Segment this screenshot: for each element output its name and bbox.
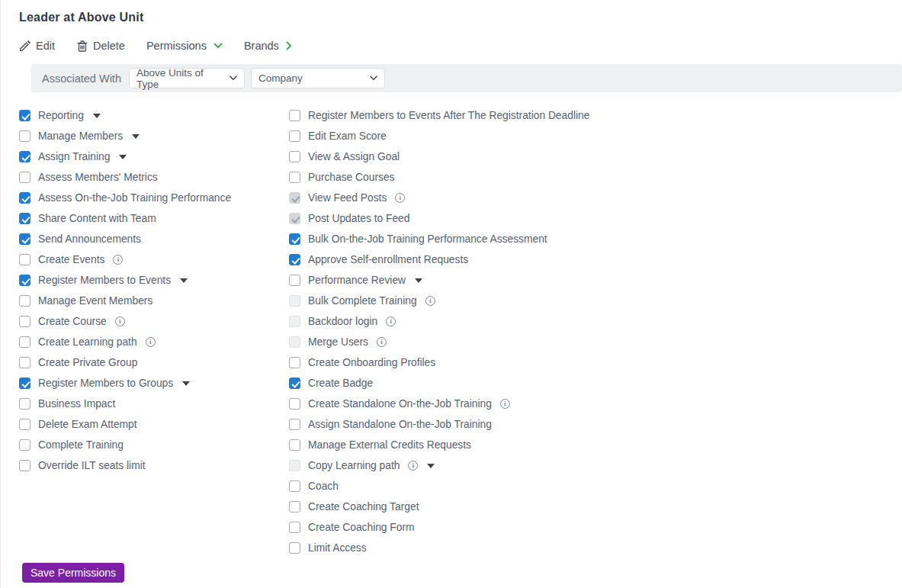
permission-checkbox[interactable] xyxy=(19,336,30,348)
permission-label: View & Assign Goal xyxy=(308,151,400,162)
caret-down-icon[interactable] xyxy=(427,464,435,468)
permission-row: Create Standalone On-the-Job Trainingi xyxy=(289,394,902,414)
permission-checkbox[interactable] xyxy=(289,419,300,430)
permission-checkbox[interactable] xyxy=(19,357,30,368)
permissions-menu[interactable]: Permissions xyxy=(146,40,223,52)
permissions-label: Permissions xyxy=(146,40,207,52)
permission-checkbox[interactable] xyxy=(19,316,30,327)
permission-checkbox[interactable] xyxy=(289,522,300,533)
permission-label: Create Learning path xyxy=(38,336,137,348)
permission-checkbox[interactable] xyxy=(19,398,30,410)
permission-row: Register Members to Events After The Reg… xyxy=(289,105,902,126)
permission-checkbox[interactable] xyxy=(19,110,30,121)
permission-label: Override ILT seats limit xyxy=(38,460,146,471)
permission-label: Reporting xyxy=(38,110,84,121)
permission-checkbox[interactable] xyxy=(289,439,300,451)
permission-label: Create Badge xyxy=(308,378,373,389)
permission-checkbox xyxy=(289,192,300,204)
permission-checkbox[interactable] xyxy=(19,419,30,430)
caret-down-icon[interactable] xyxy=(93,114,101,118)
permission-checkbox[interactable] xyxy=(19,439,30,451)
info-icon[interactable]: i xyxy=(386,316,396,326)
permission-label: Approve Self-enrollment Requests xyxy=(308,254,468,265)
save-permissions-button[interactable]: Save Permissions xyxy=(22,563,124,583)
permission-checkbox[interactable] xyxy=(19,233,30,245)
permission-checkbox[interactable] xyxy=(289,378,300,389)
permission-checkbox[interactable] xyxy=(289,398,300,410)
info-icon[interactable]: i xyxy=(113,255,123,265)
brands-label: Brands xyxy=(244,40,279,52)
permission-checkbox[interactable] xyxy=(289,110,300,121)
permission-checkbox[interactable] xyxy=(289,501,300,512)
permission-row: Share Content with Team xyxy=(19,208,289,229)
permission-checkbox[interactable] xyxy=(19,192,30,204)
permission-label: Delete Exam Attempt xyxy=(38,419,137,430)
permission-checkbox xyxy=(289,460,300,471)
edit-button[interactable]: Edit xyxy=(19,40,55,52)
permission-checkbox[interactable] xyxy=(289,542,300,554)
permission-label: Manage Event Members xyxy=(38,295,152,307)
permission-row: Reporting xyxy=(19,105,289,126)
permission-checkbox[interactable] xyxy=(289,357,300,368)
permission-checkbox[interactable] xyxy=(19,172,30,183)
permission-checkbox[interactable] xyxy=(19,130,30,142)
brands-link[interactable]: Brands xyxy=(244,40,292,52)
permission-checkbox[interactable] xyxy=(19,460,30,471)
permission-checkbox[interactable] xyxy=(289,480,300,492)
caret-down-icon[interactable] xyxy=(415,278,422,283)
caret-down-icon[interactable] xyxy=(182,381,190,386)
permission-label: Post Updates to Feed xyxy=(308,213,409,224)
info-icon[interactable]: i xyxy=(500,399,510,409)
delete-button[interactable]: Delete xyxy=(76,40,125,52)
permission-label: View Feed Posts xyxy=(308,192,387,204)
chevron-down-icon xyxy=(213,43,223,49)
caret-down-icon[interactable] xyxy=(132,134,140,139)
caret-down-icon[interactable] xyxy=(180,278,188,283)
permission-checkbox[interactable] xyxy=(289,233,300,245)
permission-row: View & Assign Goal xyxy=(289,146,902,167)
permission-checkbox[interactable] xyxy=(19,213,30,224)
permission-label: Create Standalone On-the-Job Training xyxy=(308,398,492,410)
info-icon[interactable]: i xyxy=(146,337,156,347)
info-icon[interactable]: i xyxy=(115,316,125,326)
associated-type-select[interactable]: Above Units of Type xyxy=(129,68,245,88)
permission-label: Manage Members xyxy=(38,130,123,142)
permission-row: Create Coaching Target xyxy=(289,496,902,517)
permission-checkbox[interactable] xyxy=(289,254,300,265)
chevron-down-icon xyxy=(230,76,237,81)
caret-down-icon[interactable] xyxy=(119,155,127,159)
permission-row: Send Announcements xyxy=(19,229,289,249)
info-icon[interactable]: i xyxy=(377,337,387,347)
permission-checkbox[interactable] xyxy=(19,151,30,162)
permission-row: Edit Exam Score xyxy=(289,126,902,146)
permission-checkbox[interactable] xyxy=(289,151,300,162)
edit-label: Edit xyxy=(36,40,55,52)
permission-checkbox[interactable] xyxy=(19,254,30,265)
permission-row: Performance Review xyxy=(289,270,902,291)
permission-label: Create Private Group xyxy=(38,357,137,368)
permission-row: Merge Usersi xyxy=(289,332,902,352)
permission-row: Assess Members' Metrics xyxy=(19,167,289,188)
info-icon[interactable]: i xyxy=(395,193,405,203)
chevron-right-icon xyxy=(286,41,292,50)
associated-entity-select[interactable]: Company xyxy=(251,68,385,88)
delete-label: Delete xyxy=(93,40,125,52)
info-icon[interactable]: i xyxy=(425,296,435,306)
permission-checkbox[interactable] xyxy=(19,275,30,286)
associated-entity-value: Company xyxy=(258,72,303,84)
permission-checkbox[interactable] xyxy=(289,275,300,286)
permission-row: Copy Learning pathi xyxy=(289,455,902,476)
permission-label: Create Coaching Target xyxy=(308,501,419,512)
permission-checkbox[interactable] xyxy=(289,130,300,142)
permission-label: Performance Review xyxy=(308,275,406,286)
permission-label: Create Course xyxy=(38,316,107,327)
permission-checkbox[interactable] xyxy=(19,378,30,389)
permission-label: Merge Users xyxy=(308,336,368,348)
permission-row: Purchase Courses xyxy=(289,167,902,188)
permission-checkbox[interactable] xyxy=(19,295,30,307)
toolbar: Edit Delete Permissions xyxy=(19,38,902,53)
permission-checkbox[interactable] xyxy=(289,172,300,183)
permission-row: Manage External Credits Requests xyxy=(289,435,902,455)
info-icon[interactable]: i xyxy=(408,461,418,471)
associated-with-label: Associated With xyxy=(42,72,121,85)
